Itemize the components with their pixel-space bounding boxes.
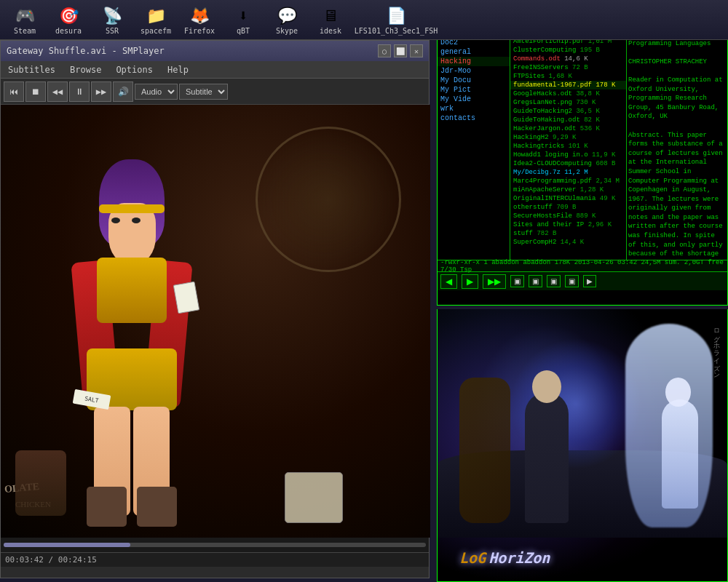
- toolbar-rewind-button[interactable]: ⏮: [4, 81, 24, 102]
- menu-item-help[interactable]: Help: [165, 63, 191, 76]
- taskbar-label-steam: Steam: [14, 27, 36, 36]
- skype-icon: 💬: [275, 4, 298, 27]
- ranger-file-otherstuff[interactable]: otherstuff 709 B: [510, 203, 626, 212]
- taskbar-label-qbt: qBT: [237, 27, 250, 36]
- ranger-file-idea2[interactable]: Idea2-CLOUDComputing 608 B: [510, 159, 626, 168]
- ranger-file-gregslan[interactable]: GregsLanNet.png 730 K: [510, 98, 626, 107]
- smplayer-statusbar: 00:03:42 / 00:24:15: [1, 552, 429, 567]
- ranger-file-mydecibg[interactable]: My/Decibg.7z 11,2 M: [510, 168, 626, 177]
- taskbar-item-skype[interactable]: 💬 Skype: [265, 1, 309, 39]
- ranger-left-item-jdr[interactable]: Jdr-Moo: [438, 66, 510, 76]
- firefox-icon: 🦊: [188, 4, 211, 27]
- ranger-middle-panel: 6279-13000-1-P8.pdf 409 K AmtelFortIChip…: [510, 28, 627, 260]
- menu-item-options[interactable]: Options: [113, 63, 156, 76]
- ranger-file-hackerjargon[interactable]: HackerJargon.odt 536 K: [510, 124, 626, 133]
- taskbar-item-idesk[interactable]: 🖥 idesk: [309, 1, 352, 39]
- ranger-file-guideodt[interactable]: GuideToHaking.odt 82 K: [510, 116, 626, 124]
- ranger-file-marc4[interactable]: Marc4Programming.pdf 2,34 M: [510, 177, 626, 186]
- ranger-file-googlehacks[interactable]: GoogleHacks.odt 38,8 K: [510, 89, 626, 98]
- ranger-action-btn-4[interactable]: ▣: [565, 275, 579, 287]
- taskbar-item-desura[interactable]: 🎯 desura: [47, 1, 90, 39]
- ranger-left-item-myvide[interactable]: My Vide: [438, 95, 510, 104]
- smplayer-window: Gateway Shuffle.avi - SMPlayer ◯ ⬜ ✕ Sub…: [0, 40, 430, 578]
- ranger-status-text: -rwxr-xr-x 1 abaddon abaddon 178K 2013-0…: [440, 259, 724, 274]
- toolbar-next-button[interactable]: ▶▶: [91, 81, 111, 102]
- ranger-action-btn-2[interactable]: ▣: [529, 275, 542, 287]
- taskbar-label-firefox: Firefox: [184, 27, 215, 36]
- ranger-file-securehosts[interactable]: SecureHostsFile 889 K: [510, 212, 626, 220]
- ranger-left-item-mydoc[interactable]: My Docu: [438, 76, 510, 85]
- ranger-prev-button[interactable]: ◀: [440, 274, 457, 289]
- ranger-file-supercomph2[interactable]: SuperCompH2 14,4 K: [510, 238, 626, 247]
- ranger-file-commands[interactable]: Commands.odt 14,6 K: [510, 55, 626, 63]
- spacefm-icon: 📁: [144, 4, 167, 27]
- file-preview-text: Fundamental Concepts in Programming Lang…: [628, 30, 726, 260]
- menu-item-subtitles[interactable]: Subtitles: [5, 63, 58, 76]
- toolbar-play-pause-button[interactable]: ⏸: [69, 81, 90, 102]
- smplayer-minimize-button[interactable]: ◯: [378, 44, 391, 57]
- taskbar-label-lfs: LFS101_Ch3_Sec1_FSH: [355, 27, 438, 36]
- ranger-file-hackingh2[interactable]: HackingH2 9,29 K: [510, 133, 626, 142]
- ranger-action-btn-5[interactable]: ▶: [583, 275, 596, 287]
- ranger-left-item-general[interactable]: general: [438, 47, 510, 57]
- seekbar[interactable]: [4, 543, 426, 547]
- ranger-content: Backups Doc2 general Hacking Jdr-Moo My …: [438, 28, 727, 260]
- toolbar-prev-button[interactable]: ◀◀: [47, 81, 68, 102]
- ranger-left-item-mypict[interactable]: My Pict: [438, 85, 510, 95]
- taskbar-label-desura: desura: [55, 27, 82, 36]
- ranger-left-item-wrk[interactable]: wrk: [438, 104, 510, 113]
- ranger-file-sites[interactable]: Sites and their IP 2,96 K: [510, 220, 626, 229]
- ranger-action-btn-3[interactable]: ▣: [547, 275, 561, 287]
- seekbar-container[interactable]: [1, 538, 429, 552]
- ranger-file-guide2[interactable]: GuideToHacking2 36,5 K: [510, 107, 626, 116]
- taskbar-label-skype: Skype: [276, 27, 298, 36]
- taskbar-label-spacefm: spacefm: [141, 27, 171, 36]
- taskbar: 🎮 Steam 🎯 desura 📡 SSR 📁 spacefm 🦊 Firef…: [0, 0, 728, 40]
- ranger-left-item-hacking[interactable]: Hacking: [438, 57, 510, 66]
- smplayer-video-area[interactable]: SALT OLATE CHICKEN: [1, 105, 430, 538]
- ranger-window: ranger ◯ ✕ ⬜ abaddon@abaddon: ~/home/aba…: [437, 0, 728, 306]
- ranger-file-cluster[interactable]: ClusterComputing 195 B: [510, 46, 626, 55]
- smplayer-wm-controls: ◯ ⬜ ✕: [378, 44, 423, 57]
- ranger-left-item-contacts[interactable]: contacts: [438, 113, 510, 123]
- toolbar-stop-button[interactable]: ⏹: [25, 81, 46, 102]
- ranger-statusbar: -rwxr-xr-x 1 abaddon abaddon 178K 2013-0…: [438, 260, 727, 271]
- ranger-file-fundamental[interactable]: fundamental-1967.pdf 178 K: [510, 81, 626, 89]
- smplayer-maximize-button[interactable]: ⬜: [394, 44, 407, 57]
- smplayer-title: Gateway Shuffle.avi - SMPlayer: [7, 46, 165, 56]
- taskbar-item-ssr[interactable]: 📡 SSR: [90, 1, 134, 39]
- ranger-play-button[interactable]: ▶: [462, 274, 478, 289]
- smplayer-close-button[interactable]: ✕: [410, 44, 423, 57]
- ranger-file-howadd[interactable]: Howadd1 loging in.o 11,9 K: [510, 151, 626, 159]
- taskbar-item-firefox[interactable]: 🦊 Firefox: [178, 1, 221, 39]
- video-frame: SALT: [59, 152, 205, 530]
- lfs-icon: 📄: [384, 4, 408, 27]
- ranger-file-stuff[interactable]: stuff 782 B: [510, 229, 626, 238]
- logo-log-text: LoG: [459, 549, 486, 567]
- toolbar-volume-button[interactable]: 🔊: [113, 81, 133, 102]
- idesk-icon: 🖥: [319, 4, 342, 27]
- ranger-left-panel: Backups Doc2 general Hacking Jdr-Moo My …: [438, 28, 510, 260]
- smplayer-toolbar: ⏮ ⏹ ◀◀ ⏸ ▶▶ 🔊 Audio Subtitle: [1, 79, 429, 105]
- taskbar-item-spacefm[interactable]: 📁 spacefm: [134, 1, 178, 39]
- ranger-right-panel: Fundamental Concepts in Programming Lang…: [627, 28, 727, 260]
- ranger-action-btn-1[interactable]: ▣: [510, 275, 524, 287]
- logo-horizon-text: HoriZon: [488, 549, 550, 567]
- taskbar-item-qbt[interactable]: ⬇ qBT: [221, 1, 265, 39]
- menu-item-browse[interactable]: Browse: [67, 63, 104, 76]
- desura-icon: 🎯: [57, 4, 80, 27]
- ranger-file-mianapache[interactable]: miAnApacheServer 1,28 K: [510, 186, 626, 194]
- ranger-file-ftpsites[interactable]: FTPSites 1,68 K: [510, 72, 626, 81]
- taskbar-item-steam[interactable]: 🎮 Steam: [3, 1, 47, 39]
- subtitle-select[interactable]: Subtitle: [179, 84, 228, 100]
- image-viewer: LoG HoriZon ログ・ホライズン: [437, 309, 728, 582]
- ranger-next-button[interactable]: ▶▶: [483, 274, 506, 289]
- smplayer-titlebar: Gateway Shuffle.avi - SMPlayer ◯ ⬜ ✕: [1, 41, 429, 61]
- taskbar-label-ssr: SSR: [106, 27, 119, 36]
- ranger-file-hackingtricks[interactable]: Hackingtricks 101 K: [510, 142, 626, 151]
- playback-time: 00:03:42 / 00:24:15: [5, 555, 97, 565]
- taskbar-item-lfs[interactable]: 📄 LFS101_Ch3_Sec1_FSH: [352, 1, 440, 39]
- audio-track-select[interactable]: Audio: [135, 84, 178, 100]
- ranger-file-originalinter[interactable]: OriginalINTERCUlmania 49 K: [510, 194, 626, 203]
- ranger-file-freeins[interactable]: FreeINSServers 72 B: [510, 63, 626, 72]
